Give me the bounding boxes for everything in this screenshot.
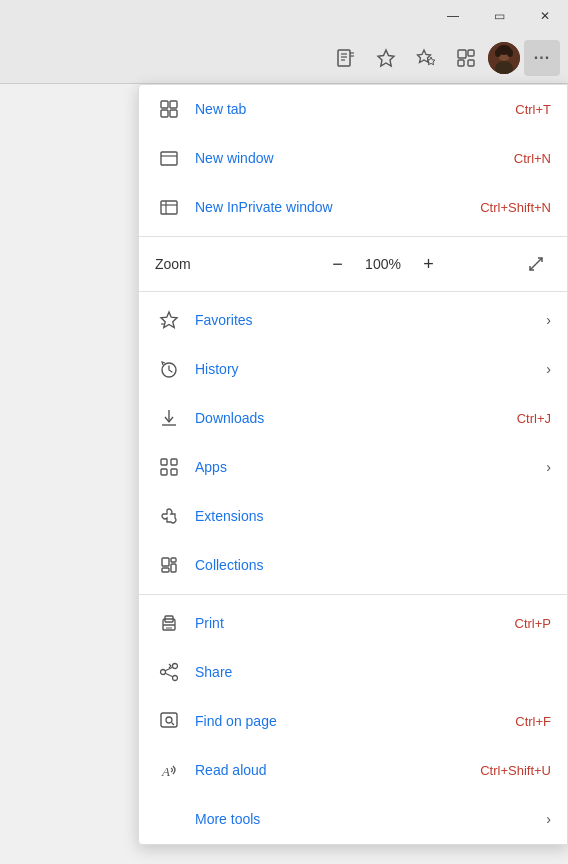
new-tab-label: New tab bbox=[195, 101, 507, 117]
apps-label: Apps bbox=[195, 459, 538, 475]
history-label: History bbox=[195, 361, 538, 377]
svg-rect-9 bbox=[458, 50, 466, 58]
svg-rect-20 bbox=[170, 101, 177, 108]
find-on-page-icon bbox=[155, 707, 183, 735]
svg-rect-41 bbox=[171, 558, 176, 562]
extensions-icon bbox=[155, 502, 183, 530]
svg-rect-0 bbox=[338, 50, 350, 66]
downloads-icon bbox=[155, 404, 183, 432]
svg-marker-30 bbox=[161, 312, 177, 328]
menu-item-find-on-page[interactable]: Find on page Ctrl+F bbox=[139, 697, 567, 746]
read-aloud-shortcut: Ctrl+Shift+U bbox=[480, 763, 551, 778]
favorites-arrow: › bbox=[546, 312, 551, 328]
menu-item-extensions[interactable]: Extensions bbox=[139, 492, 567, 541]
favorites-icon[interactable] bbox=[368, 40, 404, 76]
downloads-shortcut: Ctrl+J bbox=[517, 411, 551, 426]
svg-rect-35 bbox=[161, 459, 167, 465]
divider-2 bbox=[139, 291, 567, 292]
zoom-value: 100% bbox=[361, 256, 406, 272]
svg-rect-12 bbox=[468, 60, 474, 66]
share-label: Share bbox=[195, 664, 551, 680]
favorites-menu-icon bbox=[155, 306, 183, 334]
zoom-plus-button[interactable]: + bbox=[414, 249, 444, 279]
favorites-label: Favorites bbox=[195, 312, 538, 328]
svg-rect-10 bbox=[468, 50, 474, 56]
menu-item-new-tab[interactable]: New tab Ctrl+T bbox=[139, 85, 567, 134]
find-on-page-label: Find on page bbox=[195, 713, 507, 729]
collections-icon bbox=[155, 551, 183, 579]
print-label: Print bbox=[195, 615, 507, 631]
zoom-controls: − 100% + bbox=[245, 249, 521, 279]
menu-item-downloads[interactable]: Downloads Ctrl+J bbox=[139, 394, 567, 443]
svg-rect-42 bbox=[171, 564, 176, 572]
svg-rect-21 bbox=[161, 110, 168, 117]
svg-point-47 bbox=[161, 670, 166, 675]
inprivate-shortcut: Ctrl+Shift+N bbox=[480, 200, 551, 215]
zoom-expand-button[interactable] bbox=[521, 249, 551, 279]
svg-point-48 bbox=[173, 676, 178, 681]
menu-item-history[interactable]: History › bbox=[139, 345, 567, 394]
svg-rect-37 bbox=[161, 469, 167, 475]
more-tools-menu-icon bbox=[155, 805, 183, 833]
svg-rect-23 bbox=[161, 152, 177, 165]
history-arrow: › bbox=[546, 361, 551, 377]
favorites-bar-icon[interactable] bbox=[408, 40, 444, 76]
svg-point-16 bbox=[495, 49, 501, 57]
extensions-label: Extensions bbox=[195, 508, 551, 524]
new-tab-shortcut: Ctrl+T bbox=[515, 102, 551, 117]
svg-line-28 bbox=[536, 258, 542, 264]
menu-item-collections[interactable]: Collections bbox=[139, 541, 567, 590]
svg-rect-25 bbox=[161, 201, 177, 214]
svg-rect-51 bbox=[161, 713, 177, 727]
svg-rect-22 bbox=[170, 110, 177, 117]
svg-rect-39 bbox=[162, 558, 169, 566]
svg-line-50 bbox=[165, 673, 173, 677]
svg-rect-36 bbox=[171, 459, 177, 465]
find-on-page-shortcut: Ctrl+F bbox=[515, 714, 551, 729]
menu-item-new-inprivate[interactable]: New InPrivate window Ctrl+Shift+N bbox=[139, 183, 567, 232]
menu-item-favorites[interactable]: Favorites › bbox=[139, 296, 567, 345]
apps-arrow: › bbox=[546, 459, 551, 475]
divider-1 bbox=[139, 236, 567, 237]
read-aloud-label: Read aloud bbox=[195, 762, 472, 778]
svg-line-53 bbox=[172, 723, 175, 726]
browser-menu: New tab Ctrl+T New window Ctrl+N New InP… bbox=[138, 84, 568, 845]
add-tab-icon[interactable] bbox=[448, 40, 484, 76]
maximize-button[interactable]: ▭ bbox=[476, 0, 522, 32]
more-tools-label: More tools bbox=[195, 811, 538, 827]
inprivate-label: New InPrivate window bbox=[195, 199, 472, 215]
zoom-row: Zoom − 100% + bbox=[139, 241, 567, 287]
menu-item-more-tools[interactable]: More tools › bbox=[139, 795, 567, 844]
svg-point-52 bbox=[166, 717, 172, 723]
zoom-minus-button[interactable]: − bbox=[323, 249, 353, 279]
svg-rect-19 bbox=[161, 101, 168, 108]
new-tab-icon bbox=[155, 95, 183, 123]
print-shortcut: Ctrl+P bbox=[515, 616, 551, 631]
menu-item-print[interactable]: Print Ctrl+P bbox=[139, 599, 567, 648]
title-bar: — ▭ ✕ bbox=[0, 0, 568, 32]
svg-marker-7 bbox=[418, 50, 431, 63]
menu-item-read-aloud[interactable]: A Read aloud Ctrl+Shift+U bbox=[139, 746, 567, 795]
share-icon bbox=[155, 658, 183, 686]
more-tools-arrow: › bbox=[546, 811, 551, 827]
svg-rect-38 bbox=[171, 469, 177, 475]
new-window-shortcut: Ctrl+N bbox=[514, 151, 551, 166]
svg-line-29 bbox=[530, 264, 536, 270]
new-window-label: New window bbox=[195, 150, 506, 166]
apps-icon bbox=[155, 453, 183, 481]
svg-rect-11 bbox=[458, 60, 464, 66]
new-window-icon bbox=[155, 144, 183, 172]
close-button[interactable]: ✕ bbox=[522, 0, 568, 32]
minimize-button[interactable]: — bbox=[430, 0, 476, 32]
svg-point-17 bbox=[507, 49, 513, 57]
divider-3 bbox=[139, 594, 567, 595]
zoom-label: Zoom bbox=[155, 256, 245, 272]
menu-item-apps[interactable]: Apps › bbox=[139, 443, 567, 492]
browser-toolbar: ··· bbox=[0, 32, 568, 84]
menu-item-new-window[interactable]: New window Ctrl+N bbox=[139, 134, 567, 183]
more-tools-icon[interactable]: ··· bbox=[524, 40, 560, 76]
profile-avatar[interactable] bbox=[488, 42, 520, 74]
history-icon bbox=[155, 355, 183, 383]
reading-list-icon[interactable] bbox=[328, 40, 364, 76]
menu-item-share[interactable]: Share bbox=[139, 648, 567, 697]
